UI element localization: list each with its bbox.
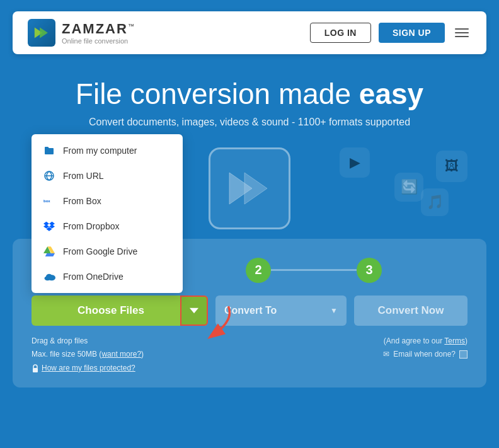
- want-more-link[interactable]: want more?: [101, 350, 141, 359]
- svg-point-16: [46, 273, 52, 279]
- convert-info: (And agree to our Terms) ✉ Email when do…: [383, 335, 467, 362]
- red-arrow: [195, 298, 239, 345]
- email-checkbox[interactable]: [459, 350, 467, 359]
- header-actions: LOG IN SIGN UP: [310, 23, 471, 43]
- envelope-icon: ✉: [383, 348, 389, 362]
- bg-icon-6: ▶: [340, 147, 370, 178]
- login-button[interactable]: LOG IN: [310, 23, 371, 43]
- menu-button[interactable]: [452, 26, 471, 40]
- brand-name: ZAMZAR™: [62, 21, 135, 37]
- url-icon: [43, 169, 55, 182]
- convert-to-arrow-icon: ▼: [330, 306, 338, 315]
- step2-circle: 2: [246, 258, 271, 283]
- header: ZAMZAR™ Online file conversion LOG IN SI…: [13, 11, 486, 54]
- center-logo: [209, 147, 290, 229]
- svg-rect-18: [33, 368, 38, 372]
- logo-area: ZAMZAR™ Online file conversion: [28, 19, 135, 47]
- convert-now-button[interactable]: Convert Now: [354, 296, 467, 326]
- box-icon: box: [43, 195, 55, 207]
- email-row: ✉ Email when done?: [383, 348, 467, 362]
- dropdown-from-google-drive[interactable]: From Google Drive: [32, 239, 183, 264]
- logo-icon: [28, 19, 55, 47]
- dropdown-from-dropbox[interactable]: From Dropbox: [32, 214, 183, 239]
- onedrive-icon: [43, 270, 55, 283]
- dropdown-from-onedrive[interactable]: From OneDrive: [32, 264, 183, 289]
- terms-link[interactable]: Terms: [444, 336, 465, 345]
- drag-drop-text: Drag & drop files: [32, 335, 144, 348]
- google-drive-icon: [43, 245, 55, 258]
- hero-subtitle: Convert documents, images, videos & soun…: [13, 117, 486, 128]
- bg-icon-8: 🎵: [421, 188, 449, 216]
- choose-files-dropdown: From my computer From URL box From Box: [32, 134, 183, 293]
- dropbox-icon: [43, 220, 55, 233]
- file-info: Drag & drop files Max. file size 50MB (w…: [32, 335, 144, 376]
- svg-marker-13: [45, 253, 55, 256]
- step3-circle: 3: [357, 258, 382, 283]
- lock-icon: [32, 364, 39, 373]
- step-line-2: [271, 269, 357, 271]
- choose-files-button[interactable]: Choose Files: [32, 296, 208, 326]
- bg-icon-4: 🖼: [436, 151, 467, 182]
- info-row: Drag & drop files Max. file size 50MB (w…: [32, 335, 467, 376]
- email-label: Email when done?: [393, 348, 456, 362]
- svg-marker-1: [40, 28, 48, 38]
- max-size-text: Max. file size 50MB (want more?): [32, 348, 144, 362]
- bg-icon-5: 🔄: [394, 173, 423, 202]
- svg-marker-3: [244, 173, 267, 204]
- choose-files-label: Choose Files: [32, 304, 180, 317]
- dropdown-from-computer[interactable]: From my computer: [32, 138, 183, 163]
- signup-button[interactable]: SIGN UP: [379, 23, 445, 43]
- dropdown-from-url[interactable]: From URL: [32, 163, 183, 188]
- svg-text:box: box: [43, 199, 50, 203]
- logo-text: ZAMZAR™ Online file conversion: [62, 21, 135, 45]
- conversion-panel: 2 3 From my computer From URL: [13, 239, 486, 388]
- dropdown-from-box[interactable]: box From Box: [32, 188, 183, 214]
- terms-text: (And agree to our Terms): [383, 335, 467, 348]
- choose-files-area: From my computer From URL box From Box: [32, 296, 208, 326]
- protected-link[interactable]: How are my files protected?: [32, 362, 144, 376]
- brand-tagline: Online file conversion: [62, 37, 135, 45]
- hero-title: File conversion made easy: [13, 78, 486, 110]
- folder-icon: [43, 144, 55, 157]
- buttons-row: From my computer From URL box From Box: [32, 296, 467, 326]
